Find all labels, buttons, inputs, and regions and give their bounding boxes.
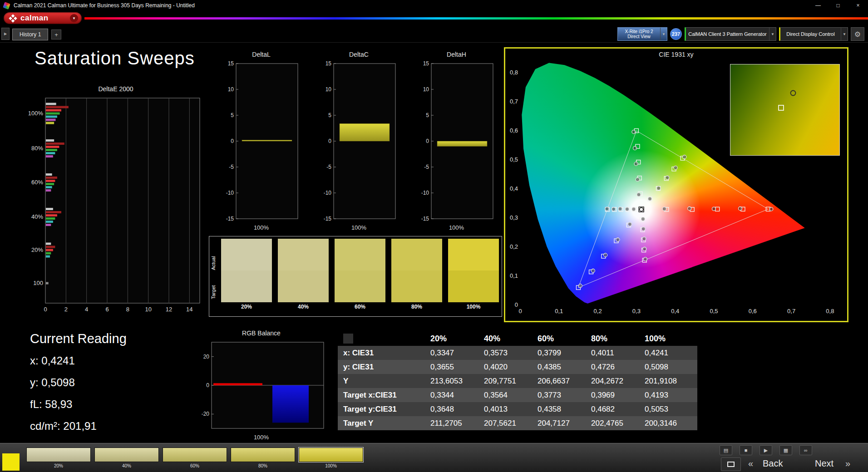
deltae2000-title: DeltaE 2000 — [25, 85, 207, 93]
axis-tick-label: 6 — [105, 306, 108, 313]
brand-menu-arrow-icon[interactable]: ▾ — [70, 14, 78, 22]
cie-1931-panel: 00,10,20,30,40,50,60,70,800,10,20,30,40,… — [504, 47, 848, 322]
cie-measured-marker — [642, 237, 646, 241]
axis-tick-label: 0,3 — [632, 308, 641, 315]
pattern-swatch-20%[interactable] — [26, 447, 91, 462]
axis-tick-label: 0,3 — [510, 214, 518, 221]
deltae-bar — [46, 183, 54, 185]
actual-swatch — [391, 239, 442, 270]
target-swatch — [335, 270, 385, 302]
next-button[interactable]: Next — [815, 458, 833, 469]
compare-swatch-label: 80% — [391, 304, 442, 310]
axis-tick-label: 0 — [426, 138, 429, 144]
target-row-label: Target — [211, 271, 216, 299]
display-window-icon[interactable]: ▤ — [720, 445, 732, 455]
cie-measured-marker — [674, 166, 677, 170]
axis-tick-label: 0,5 — [510, 156, 518, 163]
actual-row-label: Actual — [211, 242, 216, 270]
axis-tick-label: 20 — [203, 354, 210, 360]
pattern-generator-dropdown[interactable]: CalMAN Client 3 Pattern Generator ▼ — [685, 27, 776, 41]
target-swatch — [391, 270, 442, 302]
axis-tick-label: 5 — [328, 112, 331, 118]
add-tab-button[interactable]: + — [51, 30, 61, 39]
sidebar-expand-button[interactable]: ▶ — [1, 28, 10, 40]
table-cell: 0,5098 — [639, 360, 697, 374]
table-cell: 207,5621 — [478, 416, 532, 430]
cie-measured-marker — [712, 207, 716, 211]
column-header: 60% — [532, 331, 586, 346]
axis-tick-label: 0 — [206, 382, 209, 388]
axis-tick-label: 12 — [166, 306, 172, 313]
results-table: 20%40%60%80%100%x: CIE310,33470,35730,37… — [338, 331, 697, 430]
pattern-swatch-60%[interactable] — [163, 447, 227, 462]
axis-tick-label: 0 — [328, 138, 331, 144]
deltac-chart: DeltaC 151050-5-10-15 100% — [319, 51, 399, 238]
deltae-bar — [46, 252, 51, 255]
table-cell: 213,6053 — [425, 374, 478, 388]
axis-tick-label: 40% — [31, 213, 43, 220]
play-icon[interactable]: ▶ — [760, 445, 772, 455]
chevron-down-icon[interactable]: ▼ — [660, 28, 667, 40]
deltac-title: DeltaC — [319, 51, 399, 58]
cie-measured-marker — [666, 176, 669, 179]
pattern-window-button[interactable] — [721, 457, 741, 471]
next-chevron-icon[interactable]: » — [845, 458, 850, 469]
session-count-badge[interactable]: 237 — [670, 28, 682, 40]
deltae-bar — [46, 214, 57, 216]
deltae-bar — [46, 173, 52, 176]
continuous-icon[interactable]: ∞ — [799, 445, 812, 455]
axis-tick-label: 10 — [423, 86, 429, 93]
table-cell: 0,3347 — [425, 346, 478, 360]
axis-tick-label: 0,7 — [787, 308, 795, 315]
cie-measured-marker — [648, 197, 651, 201]
table-cell: 0,4358 — [532, 402, 586, 416]
column-header: 80% — [586, 331, 639, 346]
axis-tick-label: 0 — [231, 138, 234, 144]
calman-logo-button[interactable]: calman ▾ — [4, 12, 82, 24]
window-title: Calman 2021 Calman Ultimate for Business… — [14, 2, 195, 9]
cie-measured-marker — [688, 207, 691, 211]
pattern-swatch-label: 40% — [94, 463, 159, 468]
table-cell: 0,3648 — [425, 402, 478, 416]
pattern-window-icon — [727, 462, 735, 467]
cie-inset-markers — [730, 64, 839, 155]
axis-tick-label: 80% — [31, 145, 43, 152]
table-cell: 202,4765 — [586, 416, 639, 430]
tab-history-1[interactable]: History 1 — [12, 29, 48, 40]
target-swatch — [278, 270, 329, 302]
deltal-x-label: 100% — [222, 224, 301, 231]
transport-tool-row: ▤■▶▦∞ — [720, 445, 812, 455]
deltae-bar — [46, 143, 64, 145]
pattern-swatch-80%[interactable] — [231, 447, 295, 462]
capture-icon[interactable]: ▦ — [779, 445, 792, 455]
chevron-down-icon[interactable]: ▼ — [769, 28, 776, 40]
maximize-button[interactable]: □ — [828, 0, 848, 11]
close-button[interactable]: × — [848, 0, 868, 11]
axis-tick-label: 60% — [31, 179, 43, 186]
display-control-dropdown[interactable]: Direct Display Control ▼ — [779, 27, 848, 41]
back-button[interactable]: Back — [763, 458, 783, 469]
pattern-swatch-100%[interactable] — [299, 447, 363, 462]
cie-measured-marker — [591, 269, 595, 272]
meter-dropdown[interactable]: X-Rite i1Pro 2 Direct View ▼ — [617, 27, 667, 41]
cie-measured-marker — [632, 207, 636, 211]
deltac-plot: 151050-5-10-15 — [319, 59, 399, 223]
cie-zoom-inset — [730, 64, 840, 156]
table-cell: 0,3799 — [532, 346, 586, 360]
gear-icon[interactable]: ⚙ — [851, 27, 864, 41]
table-header-row: 20%40%60%80%100% — [338, 331, 697, 346]
axis-tick-label: 0,2 — [510, 243, 518, 250]
back-chevron-icon[interactable]: « — [748, 458, 753, 469]
axis-tick-label: 0,8 — [826, 308, 834, 315]
minimize-button[interactable]: — — [808, 0, 828, 11]
row-label: Target Y — [338, 416, 425, 430]
pattern-swatch-label: 20% — [26, 463, 91, 468]
stop-icon[interactable]: ■ — [740, 445, 752, 455]
cie-measured-marker — [612, 207, 616, 211]
table-cell: 0,3564 — [478, 388, 532, 402]
compare-swatch-40% — [278, 239, 329, 302]
pattern-swatch-40%[interactable] — [94, 447, 159, 462]
deltae-bar — [46, 122, 54, 124]
chevron-down-icon[interactable]: ▼ — [841, 28, 848, 40]
axis-tick-label: -15 — [421, 216, 429, 222]
